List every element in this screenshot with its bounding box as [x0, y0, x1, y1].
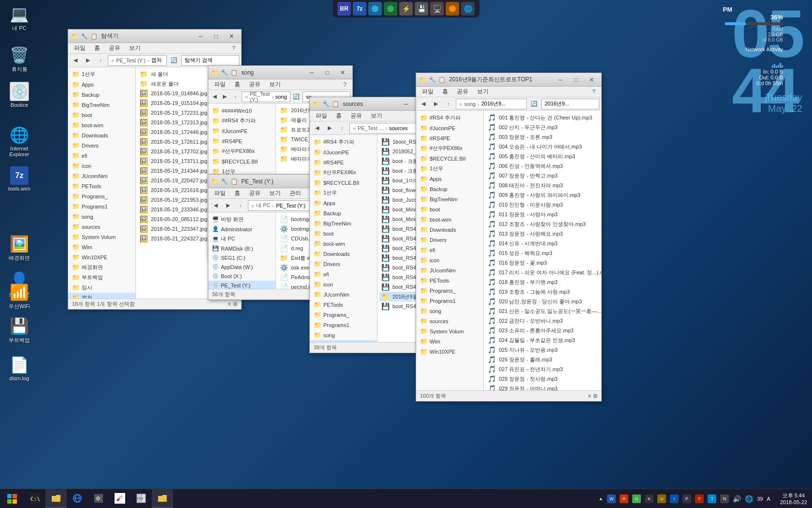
rp-nav-rs4pe[interactable]: 📁#RS4PE	[416, 133, 483, 143]
pe-nav-appdata[interactable]: 💿 AppData (W:)	[208, 262, 276, 271]
mp3-016[interactable]: 🎵016 장윤정 - 꽃.mp3	[486, 258, 599, 268]
rp-refresh[interactable]: 🔄	[529, 99, 539, 109]
mp3-011[interactable]: 🎵011 장윤정 - 사랑아.mp3	[486, 209, 599, 219]
mp3-026[interactable]: 🎵026 장윤정 - 홀레.mp3	[486, 355, 599, 364]
desktop-icon-bootice[interactable]: 💿 Bootice	[2, 80, 36, 110]
src-menu-share[interactable]: 공유	[347, 111, 366, 121]
topbar-blue[interactable]	[368, 2, 382, 15]
src-nav-bignim[interactable]: 📁BigTreeNim	[310, 218, 377, 228]
nav-boot[interactable]: 📁boot	[68, 110, 135, 120]
src-nav-recycle[interactable]: 📁$RECYCLE.BII	[310, 178, 377, 188]
view-grid-icon[interactable]: ⊞	[233, 301, 237, 307]
topbar-disk[interactable]: 💾	[415, 2, 428, 15]
search-box[interactable]: 탐색기 검색	[181, 55, 239, 66]
rp-nav-programs[interactable]: 📁Programs_	[416, 285, 483, 296]
taskbar-winrar[interactable]: WR	[130, 489, 152, 508]
song-maximize[interactable]: □	[319, 66, 335, 79]
mp3-006[interactable]: 🎵006 진성 - 안동역에서.mp3	[486, 161, 599, 171]
src-nav-pex86[interactable]: 📁#선우PEX86x	[310, 167, 377, 178]
src-nav-jucomnim[interactable]: 📁JUcomNim	[310, 289, 377, 299]
nav-icon[interactable]: 📁icon	[68, 161, 135, 171]
song-nav-pex86[interactable]: 📁#선우PEX86x	[208, 146, 276, 156]
nav-sources[interactable]: 📁sources	[68, 222, 135, 232]
src-menu-home[interactable]: 홈	[332, 111, 346, 121]
rp-close[interactable]: ✕	[584, 73, 599, 87]
src-nav-boot[interactable]: 📁boot	[310, 228, 377, 239]
nav-petools[interactable]: 📁PETools	[68, 181, 135, 191]
up-button[interactable]: ↑	[95, 55, 106, 66]
src-nav-song[interactable]: 📁song	[310, 330, 377, 340]
main-explorer-titlebar[interactable]: 📁 🔧 📋 탐색기 ─ □ ✕	[68, 30, 241, 43]
nav-programs1[interactable]: 📁Programs1	[68, 201, 135, 211]
topbar-br[interactable]: BR	[337, 2, 351, 15]
pe-nav-boot[interactable]: 💿 Boot (X:)	[208, 271, 276, 281]
src-nav-drivers[interactable]: 📁Drivers	[310, 259, 377, 269]
src-nav-bootwim[interactable]: 📁boot-wim	[310, 239, 377, 249]
src-back[interactable]: ◀	[312, 123, 322, 134]
nav-bootwim[interactable]: 📁boot-wim	[68, 120, 135, 130]
tray-icon7[interactable]: P	[682, 494, 691, 503]
src-forward[interactable]: ▶	[324, 123, 335, 134]
menu-home[interactable]: 홈	[90, 43, 104, 53]
close-button[interactable]: ✕	[224, 30, 239, 43]
mp3-028[interactable]: 🎵028 장윤정 - 첫사랑.mp3	[486, 374, 599, 384]
song-nav-rs4pe[interactable]: 📁#RS4PE	[208, 136, 276, 146]
tray-icon9[interactable]: T	[708, 494, 716, 503]
song-close[interactable]: ✕	[335, 66, 350, 79]
nav-temp[interactable]: 📁임시	[68, 283, 135, 293]
tray-volume[interactable]: 🔊	[733, 495, 741, 503]
rp-view-grid[interactable]: ⊞	[593, 393, 597, 399]
pe-nav-ramdisk[interactable]: 💾 RAMDisk (B:)	[208, 244, 276, 253]
rp-maximize[interactable]: □	[568, 73, 584, 87]
nav-capture[interactable]: 📁캡처	[68, 293, 135, 299]
pe-nav-admin[interactable]: 👤 Administrator	[208, 224, 276, 234]
rp-nav-bignim[interactable]: 📁BigTreeNim	[416, 194, 483, 204]
rp-nav-bootwim[interactable]: 📁boot-wim	[416, 214, 483, 224]
src-nav-programs[interactable]: 📁Programs_	[310, 310, 377, 320]
taskbar-paint[interactable]: 🖌	[109, 489, 130, 508]
song-menu-view[interactable]: 보기	[265, 79, 285, 90]
taskbar-ie[interactable]	[67, 489, 88, 508]
nav-downloads[interactable]: 📁Downloads	[68, 130, 135, 140]
rp-nav-jucom[interactable]: 📁#JucomPE	[416, 123, 483, 133]
tray-num[interactable]: 39	[757, 496, 763, 502]
mp3-029[interactable]: 🎵029 장윤정 - 어머니.mp3	[486, 384, 599, 390]
nav-apps[interactable]: 📁Apps	[68, 79, 135, 90]
mp3-010[interactable]: 🎵010 진민형 - 미운사람.mp3	[486, 200, 599, 209]
pe-menu-home[interactable]: 홈	[231, 188, 244, 198]
tray-icon2[interactable]: R	[620, 494, 628, 503]
rp-nav-drivers[interactable]: 📁Drivers	[416, 235, 483, 245]
rp-menu-help[interactable]: ?	[588, 88, 599, 96]
rp-nav-wim[interactable]: 📁Wim	[416, 336, 483, 346]
src-nav-rs4pe[interactable]: 📁#RS4PE	[310, 157, 377, 167]
tray-triangle[interactable]: ▲	[598, 496, 603, 501]
tray-network[interactable]: 🌐	[745, 495, 753, 503]
mp3-017[interactable]: 🎵017 리지 - 쉬운 여자 아니에요 (Feat. 정...).mp3	[486, 268, 599, 277]
rp-search[interactable]: 2016년9...	[541, 99, 599, 109]
tray-icon3[interactable]: G	[632, 494, 641, 503]
src-nav-petools[interactable]: 📁PETools	[310, 299, 377, 310]
song-addr-bar[interactable]: « PE_Test (Y:) › song	[242, 91, 290, 102]
mp3-014[interactable]: 🎵014 신유 - 시계반대.mp3	[486, 239, 599, 248]
src-up[interactable]: ↑	[337, 123, 348, 134]
song-nav-win10[interactable]: 📁#####Win10	[208, 105, 276, 116]
menu-help[interactable]: ?	[228, 44, 239, 53]
song-menu-share[interactable]: 공유	[245, 79, 264, 90]
pe-forward[interactable]: ▶	[223, 200, 233, 211]
mp3-018[interactable]: 🎵018 홍진영 - 부기맨.mp3	[486, 277, 599, 287]
song-menu-help[interactable]: ?	[339, 80, 350, 89]
song-minimize[interactable]: ─	[304, 66, 319, 79]
rp-nav-petools[interactable]: 📁PETools	[416, 275, 483, 285]
desktop-icon-dism[interactable]: 📄 dism.log	[2, 353, 36, 383]
desktop-icon-bg[interactable]: 🖼️ 배경화면	[2, 232, 36, 264]
rp-nav-win10xpe[interactable]: 📁Win10XPE	[416, 346, 483, 357]
src-nav-rs4[interactable]: 📁#RS4 추가파	[310, 137, 377, 147]
src-nav-apps[interactable]: 📁Apps	[310, 198, 377, 208]
mp3-019[interactable]: 🎵019 조항조 - 그놈에 사랑.mp3	[486, 287, 599, 297]
song-titlebar[interactable]: 📁 🔧 📋 song ─ □ ✕	[208, 66, 352, 79]
src-nav-jucom[interactable]: 📁#JucomPE	[310, 147, 377, 157]
src-nav-1sun[interactable]: 📁1선우	[310, 188, 377, 198]
desktop-icon-mypc[interactable]: 💻 내 PC	[2, 2, 36, 34]
tray-icon5[interactable]: U	[657, 494, 666, 503]
back-button[interactable]: ◀	[70, 55, 81, 66]
